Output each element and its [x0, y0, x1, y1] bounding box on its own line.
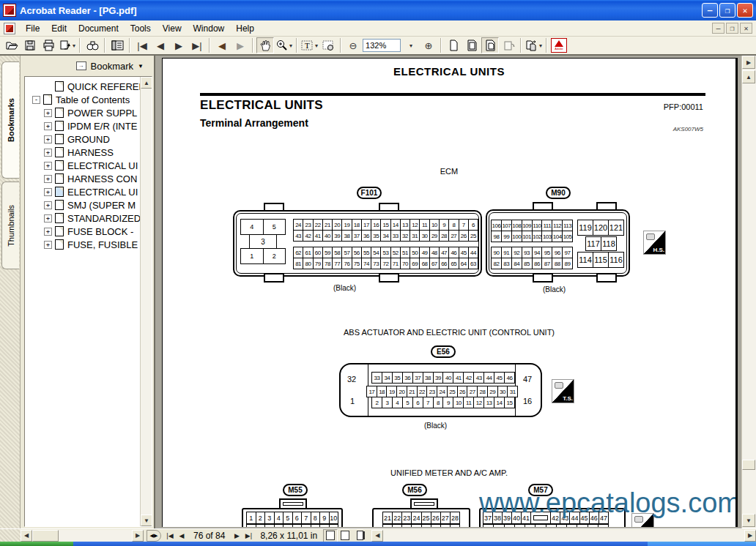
tab-thumbnails[interactable]: Thumbnails	[1, 182, 19, 269]
pin-cell: 115	[593, 252, 609, 268]
zoom-level-input[interactable]	[363, 39, 401, 52]
scroll-right-button[interactable]: ▶	[132, 530, 144, 542]
continuous-facing-layout-button[interactable]	[352, 529, 367, 542]
doc-minimize-button[interactable]: –	[712, 23, 724, 34]
document-vertical-scrollbar[interactable]: ▶ ▲ ▼	[741, 56, 756, 528]
menu-document[interactable]: Document	[73, 22, 125, 35]
expand-icon[interactable]: +	[44, 214, 52, 222]
continuous-facing-button[interactable]	[481, 37, 499, 53]
previous-page-button[interactable]: ◀	[176, 530, 188, 542]
pane-arrow-button[interactable]: ▶	[742, 56, 755, 69]
zoom-in-button[interactable]: ⊕	[420, 37, 437, 53]
scroll-left-button[interactable]: ◀	[21, 530, 32, 542]
pane-splitter-button[interactable]: ◀▶	[147, 530, 161, 542]
text-select-button[interactable]: T▾	[300, 37, 319, 53]
bookmark-item[interactable]: +HARNESS CON	[26, 172, 140, 185]
expand-icon[interactable]: +	[44, 162, 52, 170]
zoom-tool-button[interactable]: ▾	[275, 37, 293, 53]
bookmark-item[interactable]: +GROUND	[26, 132, 140, 146]
menu-view[interactable]: View	[157, 22, 188, 35]
expand-icon[interactable]: +	[44, 149, 52, 157]
scrollbar-track[interactable]	[59, 530, 132, 542]
minimize-button[interactable]: –	[702, 3, 718, 18]
scrollbar-track[interactable]	[383, 530, 744, 542]
bookmark-item[interactable]: +FUSE BLOCK -	[26, 225, 140, 238]
expand-icon[interactable]: +	[44, 122, 52, 130]
expand-icon[interactable]: +	[44, 201, 52, 209]
taskbar-item-fragment[interactable]	[648, 542, 756, 546]
hand-tool-button[interactable]	[256, 37, 274, 53]
bookmark-item[interactable]: +IPDM E/R (INTE	[26, 119, 140, 132]
scroll-right-button[interactable]: ▶	[744, 530, 756, 542]
scrollbar-thumb[interactable]	[32, 530, 59, 542]
expand-icon[interactable]: +	[44, 135, 52, 143]
first-page-button[interactable]: |◀	[133, 37, 151, 53]
zoom-out-button[interactable]: ⊖	[344, 37, 362, 53]
previous-view-button[interactable]: ◀	[213, 37, 231, 53]
rotate-view-button[interactable]	[500, 37, 517, 53]
find-button[interactable]	[84, 37, 101, 53]
scrollbar-thumb[interactable]	[742, 460, 755, 470]
last-page-button[interactable]: ▶|	[188, 37, 206, 53]
last-page-button[interactable]: ▶|	[242, 530, 254, 542]
close-button[interactable]: ✕	[737, 3, 753, 18]
tab-bookmarks[interactable]: Bookmarks	[1, 61, 19, 179]
doc-close-button[interactable]: ✕	[740, 23, 752, 34]
expand-current-bookmark-icon[interactable]	[76, 61, 86, 70]
bookmark-item[interactable]: +POWER SUPPL	[26, 106, 140, 119]
pin-cell: 90	[491, 247, 502, 258]
previous-page-button[interactable]: ◀	[152, 37, 169, 53]
expand-icon[interactable]: +	[44, 241, 52, 249]
sidebar-horizontal-scrollbar[interactable]: ◀ ▶	[21, 530, 144, 542]
scroll-down-button[interactable]: ▼	[141, 515, 152, 526]
show-hide-navpane-button[interactable]	[108, 37, 126, 53]
scroll-up-button[interactable]: ▲	[742, 70, 755, 83]
menu-file[interactable]: File	[20, 22, 45, 35]
start-button-fragment[interactable]	[0, 542, 73, 546]
expand-icon[interactable]: +	[44, 175, 52, 183]
single-page-layout-button[interactable]	[323, 529, 338, 542]
single-page-button[interactable]	[445, 37, 462, 53]
document-horizontal-scrollbar[interactable]: ◀ ▶	[371, 530, 756, 542]
menu-edit[interactable]: Edit	[45, 22, 73, 35]
scroll-down-button[interactable]: ▼	[742, 514, 755, 527]
pin-cell: 18	[311, 524, 321, 527]
scroll-up-button[interactable]: ▲	[141, 77, 152, 89]
first-page-button[interactable]: |◀	[164, 530, 176, 542]
bookmark-item[interactable]: +ELECTRICAL UI	[26, 159, 140, 172]
next-page-button[interactable]: ▶	[170, 37, 188, 53]
email-button[interactable]: ▾	[58, 37, 76, 53]
bookmark-menu-label[interactable]: Bookmark	[91, 61, 134, 72]
scroll-left-button[interactable]: ◀	[371, 530, 383, 542]
open-button[interactable]	[3, 37, 21, 53]
expand-icon[interactable]: +	[44, 109, 52, 117]
snapshot-button[interactable]	[319, 37, 337, 53]
doc-restore-button[interactable]: ❐	[726, 23, 738, 34]
next-view-button[interactable]: ▶	[231, 37, 249, 53]
bookmarks-scrollbar[interactable]: ▲ ▼	[140, 77, 152, 526]
menu-window[interactable]: Window	[188, 22, 231, 35]
adobe-button[interactable]: Adobe	[550, 37, 568, 53]
expand-icon[interactable]: +	[44, 228, 52, 236]
continuous-layout-button[interactable]	[338, 529, 352, 542]
bookmark-item[interactable]: +SMJ (SUPER M	[26, 198, 140, 212]
bookmark-item[interactable]: +ELECTRICAL UI	[26, 185, 140, 198]
bookmark-item[interactable]: +STANDARDIZED	[26, 212, 140, 225]
menu-help[interactable]: Help	[230, 22, 260, 35]
bookmark-item[interactable]: +FUSE, FUSIBLE	[26, 238, 140, 251]
save-button[interactable]	[21, 37, 39, 53]
expand-icon[interactable]: +	[44, 188, 52, 196]
restore-button[interactable]: ❐	[719, 3, 735, 18]
bookmark-item[interactable]: -Table of Contents	[26, 93, 140, 106]
continuous-button[interactable]	[463, 37, 481, 53]
convert-button[interactable]: ▾	[525, 37, 543, 53]
bookmark-item[interactable]: +HARNESS	[26, 146, 140, 159]
next-page-button[interactable]: ▶	[231, 530, 242, 542]
menu-tools[interactable]: Tools	[125, 22, 157, 35]
pin-cell: 113	[562, 220, 573, 231]
chevron-down-icon[interactable]: ▼	[138, 63, 144, 70]
collapse-icon[interactable]: -	[32, 96, 40, 104]
bookmark-item[interactable]: QUICK REFERENC	[26, 80, 140, 93]
print-button[interactable]	[40, 37, 57, 53]
zoom-dropdown-button[interactable]: ▾	[401, 37, 419, 53]
